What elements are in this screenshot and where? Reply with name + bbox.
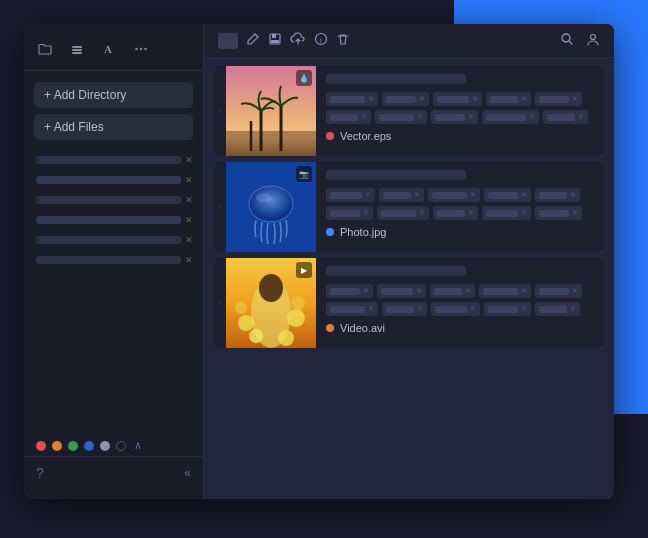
- tag-remove-icon[interactable]: ✕: [572, 95, 578, 103]
- tag-remove-icon[interactable]: ✕: [365, 191, 371, 199]
- list-item[interactable]: ✕: [24, 231, 203, 249]
- file-tag[interactable]: ✕: [479, 284, 531, 298]
- file-tag[interactable]: ✕: [484, 302, 531, 316]
- file-tag[interactable]: ✕: [486, 92, 531, 106]
- tag-remove-icon[interactable]: ✕: [468, 209, 474, 217]
- tag-remove-icon[interactable]: ✕: [472, 95, 478, 103]
- list-item[interactable]: ✕: [24, 151, 203, 169]
- file-tag[interactable]: ✕: [326, 302, 378, 316]
- tag-remove-icon[interactable]: ✕: [570, 191, 576, 199]
- file-tag[interactable]: ✕: [326, 284, 373, 298]
- user-icon[interactable]: [586, 32, 600, 49]
- file-tag[interactable]: ✕: [535, 188, 580, 202]
- tag-remove-icon[interactable]: ✕: [521, 287, 527, 295]
- tag-remove-icon[interactable]: ✕: [368, 305, 374, 313]
- tag-remove-icon[interactable]: ✕: [578, 113, 584, 121]
- layers-icon[interactable]: [66, 38, 88, 60]
- file-tag[interactable]: ✕: [326, 206, 373, 220]
- list-item[interactable]: ✕: [24, 211, 203, 229]
- folder-icon[interactable]: [34, 38, 56, 60]
- file-tag[interactable]: ✕: [382, 302, 427, 316]
- file-tag[interactable]: ✕: [535, 284, 582, 298]
- file-tag[interactable]: ✕: [484, 188, 531, 202]
- tag-remove-icon[interactable]: ✕: [521, 95, 527, 103]
- tag-remove-icon[interactable]: ✕: [521, 191, 527, 199]
- more-options-icon[interactable]: [130, 38, 152, 60]
- file-tag[interactable]: ✕: [431, 110, 478, 124]
- tag-remove-icon[interactable]: ✕: [417, 305, 423, 313]
- file-tag[interactable]: ✕: [433, 92, 482, 106]
- close-icon[interactable]: ✕: [185, 155, 193, 165]
- cloud-upload-icon[interactable]: [290, 32, 306, 49]
- tag-remove-icon[interactable]: ✕: [419, 209, 425, 217]
- file-tag[interactable]: ✕: [326, 92, 378, 106]
- file-tag[interactable]: ✕: [326, 110, 371, 124]
- toolbar: i: [204, 24, 614, 58]
- add-files-button[interactable]: + Add Files: [34, 114, 193, 140]
- help-icon[interactable]: ?: [36, 465, 44, 481]
- close-icon[interactable]: ✕: [185, 175, 193, 185]
- file-tags-row2[interactable]: ✕ ✕ ✕ ✕ ✕: [326, 206, 594, 220]
- view-thumbnail[interactable]: [218, 33, 238, 49]
- file-tags-row1[interactable]: ✕ ✕ ✕ ✕ ✕: [326, 284, 594, 298]
- file-tag[interactable]: ✕: [430, 284, 475, 298]
- tag-remove-icon[interactable]: ✕: [361, 113, 367, 121]
- tag-remove-icon[interactable]: ✕: [470, 305, 476, 313]
- search-icon[interactable]: [560, 32, 574, 49]
- add-directory-button[interactable]: + Add Directory: [34, 82, 193, 108]
- file-tag[interactable]: ✕: [482, 206, 531, 220]
- close-icon[interactable]: ✕: [185, 235, 193, 245]
- tag-remove-icon[interactable]: ✕: [416, 287, 422, 295]
- drag-handle[interactable]: ⋮: [214, 66, 226, 156]
- file-tag[interactable]: ✕: [535, 92, 582, 106]
- file-tag[interactable]: ✕: [428, 188, 480, 202]
- expand-dots-icon[interactable]: ∧: [134, 439, 142, 452]
- list-item[interactable]: ✕: [24, 251, 203, 269]
- tag-remove-icon[interactable]: ✕: [521, 305, 527, 313]
- tag-remove-icon[interactable]: ✕: [363, 287, 369, 295]
- text-icon[interactable]: A: [98, 38, 120, 60]
- save-icon[interactable]: [268, 32, 282, 49]
- tag-remove-icon[interactable]: ✕: [414, 191, 420, 199]
- collapse-sidebar-icon[interactable]: «: [184, 466, 191, 480]
- file-tag[interactable]: ✕: [382, 92, 429, 106]
- file-tags-row1[interactable]: ✕ ✕ ✕ ✕ ✕: [326, 92, 594, 106]
- trash-icon[interactable]: [336, 32, 350, 49]
- file-tag[interactable]: ✕: [543, 110, 588, 124]
- tag-remove-icon[interactable]: ✕: [521, 209, 527, 217]
- tag-remove-icon[interactable]: ✕: [368, 95, 374, 103]
- close-icon[interactable]: ✕: [185, 215, 193, 225]
- tag-remove-icon[interactable]: ✕: [465, 287, 471, 295]
- file-tag[interactable]: ✕: [375, 110, 427, 124]
- file-tag[interactable]: ✕: [535, 302, 580, 316]
- file-tags-row1[interactable]: ✕ ✕ ✕ ✕ ✕: [326, 188, 594, 202]
- file-tag[interactable]: ✕: [535, 206, 582, 220]
- drag-handle[interactable]: ⋮: [214, 258, 226, 348]
- file-tag[interactable]: ✕: [379, 188, 424, 202]
- file-tag[interactable]: ✕: [482, 110, 539, 124]
- item-bar: [36, 236, 181, 244]
- tag-remove-icon[interactable]: ✕: [572, 209, 578, 217]
- edit-icon[interactable]: [246, 32, 260, 49]
- tag-remove-icon[interactable]: ✕: [570, 305, 576, 313]
- list-item[interactable]: ✕: [24, 171, 203, 189]
- close-icon[interactable]: ✕: [185, 195, 193, 205]
- close-icon[interactable]: ✕: [185, 255, 193, 265]
- list-item[interactable]: ✕: [24, 191, 203, 209]
- tag-remove-icon[interactable]: ✕: [419, 95, 425, 103]
- file-tag[interactable]: ✕: [326, 188, 375, 202]
- file-tag[interactable]: ✕: [377, 206, 429, 220]
- tag-remove-icon[interactable]: ✕: [363, 209, 369, 217]
- file-tags-row2[interactable]: ✕ ✕ ✕ ✕ ✕: [326, 110, 594, 124]
- drag-handle[interactable]: ⋮: [214, 162, 226, 252]
- info-icon[interactable]: i: [314, 32, 328, 49]
- file-tag[interactable]: ✕: [377, 284, 426, 298]
- file-tag[interactable]: ✕: [431, 302, 480, 316]
- tag-remove-icon[interactable]: ✕: [468, 113, 474, 121]
- tag-remove-icon[interactable]: ✕: [572, 287, 578, 295]
- tag-remove-icon[interactable]: ✕: [529, 113, 535, 121]
- tag-remove-icon[interactable]: ✕: [417, 113, 423, 121]
- tag-remove-icon[interactable]: ✕: [470, 191, 476, 199]
- file-tags-row2[interactable]: ✕ ✕ ✕ ✕ ✕: [326, 302, 594, 316]
- file-tag[interactable]: ✕: [433, 206, 478, 220]
